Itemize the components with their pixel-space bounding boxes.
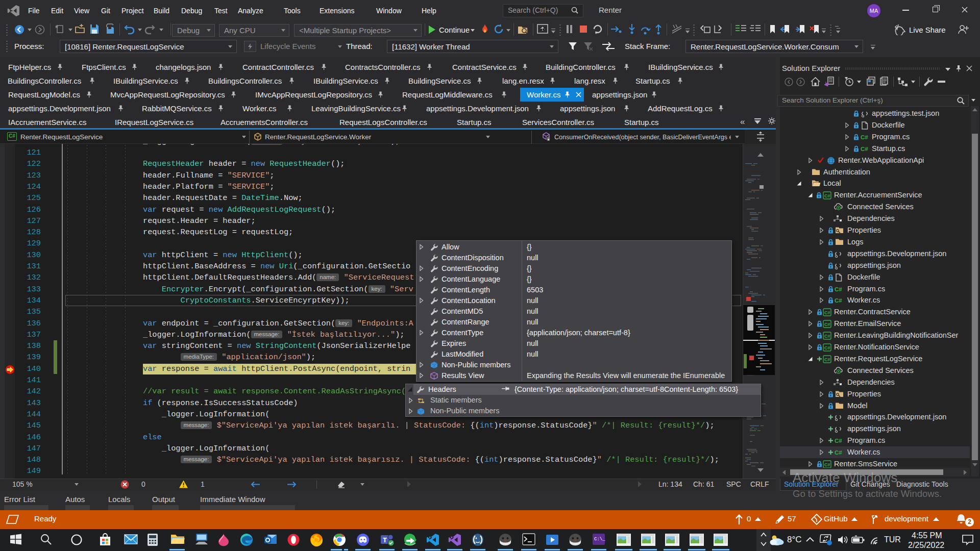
svg-text:C#: C# — [835, 286, 842, 292]
svg-text:C#: C# — [824, 462, 830, 467]
svg-text:C#: C# — [824, 357, 830, 362]
svg-text:C#: C# — [824, 310, 830, 315]
svg-text:C#: C# — [824, 193, 830, 198]
svg-text:C#: C# — [835, 449, 842, 456]
svg-text:T: T — [383, 536, 387, 544]
svg-text:C:\_: C:\_ — [594, 537, 605, 542]
svg-text:C#: C# — [835, 297, 842, 304]
svg-text:C#: C# — [835, 438, 842, 444]
svg-text:C#: C# — [861, 134, 868, 140]
svg-text:C#: C# — [824, 345, 830, 350]
svg-text:C#: C# — [861, 145, 868, 152]
svg-text:C#: C# — [824, 322, 830, 327]
svg-text:C#: C# — [824, 334, 830, 339]
